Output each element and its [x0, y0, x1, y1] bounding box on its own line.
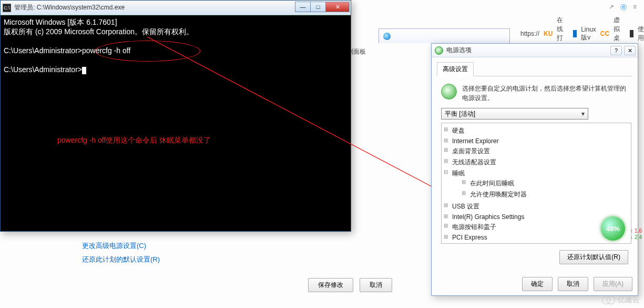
power-plan-value: 平衡 [活动]	[445, 110, 475, 118]
tree-allow-wake-timers[interactable]: 允许使用唤醒定时器	[452, 189, 630, 200]
control-panel-links: 更改高级电源设置(C) 还原此计划的默认设置(R)	[82, 237, 160, 269]
power-tabs: 高级设置	[437, 62, 632, 76]
https-label: https://	[520, 30, 539, 37]
restore-defaults-button[interactable]: 还原计划默认值(R)	[559, 250, 628, 264]
browser-toolbar-icons: ↗ ⓔ ≡	[609, 3, 637, 12]
tree-intel-graphics[interactable]: Intel(R) Graphics Settings	[443, 212, 630, 222]
cmd-window: C:\ 管理员: C:\Windows\system32\cmd.exe — □…	[0, 0, 351, 232]
cmd-cursor	[82, 67, 86, 74]
cmd-prompt-1: C:\Users\Administrator>powercfg -h off	[4, 46, 347, 55]
watermark-logo-icon	[602, 296, 616, 304]
cmd-body[interactable]: Microsoft Windows [版本 6.1.7601] 版权所有 (c)…	[1, 15, 351, 231]
power-title: 电源选项	[446, 46, 472, 55]
tree-sleep[interactable]: 睡眠 在此时间后睡眠 允许使用唤醒定时器	[443, 168, 630, 201]
browser-tab[interactable]	[379, 28, 510, 43]
bookmark-vm-icon[interactable]	[630, 30, 633, 37]
cpu-badge[interactable]: 48%	[601, 216, 625, 241]
cmd-line-version: Microsoft Windows [版本 6.1.7601]	[4, 17, 347, 27]
annotation-text: powercfg -h off使用这个命令后 休眠菜单都没了	[57, 135, 211, 145]
tree-usb[interactable]: USB 设置	[443, 201, 630, 212]
power-close-icon[interactable]: ✕	[624, 46, 636, 55]
watermark: 亿速云	[602, 295, 640, 305]
cmd-icon: C:\	[3, 4, 11, 12]
power-footer: 确定 取消 应用(A)	[522, 277, 632, 291]
bookmark-ku-icon[interactable]: KU	[544, 30, 553, 37]
tree-hard-disk[interactable]: 硬盘	[443, 125, 630, 136]
bookmark-cc-icon[interactable]: CC	[600, 30, 609, 37]
cmd-title: 管理员: C:\Windows\system32\cmd.exe	[14, 3, 125, 12]
power-options-window: 电源选项 ? ✕ 高级设置 选择您要自定义的电源计划，然后选择您希望计算机管理的…	[431, 43, 638, 296]
power-icon	[435, 46, 443, 55]
cancel-button[interactable]: 取消	[360, 278, 392, 292]
control-panel-buttons: 保存修改 取消	[308, 278, 392, 292]
tree-sleep-after[interactable]: 在此时间后睡眠	[452, 178, 630, 189]
tab-favicon-icon	[383, 33, 391, 40]
link-restore-defaults[interactable]: 还原此计划的默认设置(R)	[82, 255, 160, 264]
tree-wireless[interactable]: 无线适配器设置	[443, 157, 630, 168]
cmd-titlebar[interactable]: C:\ 管理员: C:\Windows\system32\cmd.exe — □…	[1, 1, 351, 15]
ie-icon[interactable]: ⓔ	[620, 3, 627, 12]
power-plan-select[interactable]: 平衡 [活动]	[441, 108, 588, 120]
save-button[interactable]: 保存修改	[308, 278, 353, 292]
power-description: 选择您要自定义的电源计划，然后选择您希望计算机管理的电源设置。	[462, 84, 628, 103]
link-advanced-power[interactable]: 更改高级电源设置(C)	[82, 241, 160, 251]
bookmark-3[interactable]: 使用	[638, 25, 644, 43]
menu-icon[interactable]: ≡	[633, 3, 637, 12]
cmd-close-icon[interactable]: ✕	[325, 2, 350, 12]
ok-button[interactable]: 确定	[522, 277, 553, 291]
badge-stats: ↑ 1.6 ↓ 2.4	[630, 228, 642, 241]
cmd-line-copyright: 版权所有 (c) 2009 Microsoft Corporation。保留所有…	[4, 27, 347, 36]
apply-button[interactable]: 应用(A)	[594, 277, 632, 291]
watermark-text: 亿速云	[618, 295, 640, 305]
cmd-maximize-icon[interactable]: □	[310, 2, 326, 12]
power-help-icon[interactable]: ?	[610, 46, 622, 55]
tree-pci-express[interactable]: PCI Express	[443, 233, 630, 242]
bookmark-1[interactable]: Linux版v	[581, 26, 596, 42]
bookmark-linux-icon[interactable]	[573, 30, 577, 37]
cancel-button-power[interactable]: 取消	[558, 277, 588, 291]
share-icon[interactable]: ↗	[609, 3, 614, 12]
cmd-prompt-2: C:\Users\Administrator>	[4, 65, 347, 74]
power-titlebar[interactable]: 电源选项 ? ✕	[432, 44, 638, 57]
power-bulb-icon	[441, 84, 457, 100]
tab-advanced[interactable]: 高级设置	[437, 62, 474, 76]
tree-ie[interactable]: Internet Explorer	[443, 136, 630, 146]
tree-desktop-bg[interactable]: 桌面背景设置	[443, 146, 630, 157]
cmd-minimize-icon[interactable]: —	[295, 2, 311, 12]
